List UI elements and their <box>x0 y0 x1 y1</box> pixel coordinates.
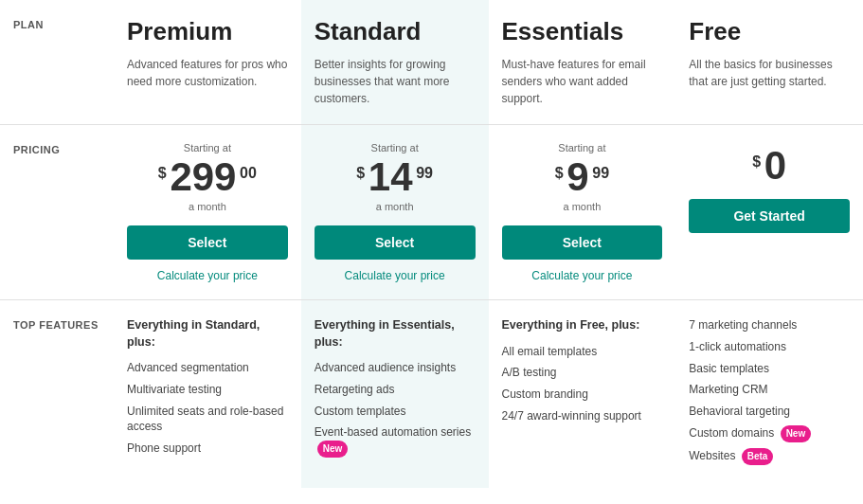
premium-feature-4: Phone support <box>127 441 288 457</box>
essentials-price-cents: 99 <box>592 165 609 182</box>
essentials-price-block: $ 9 99 <box>502 157 663 197</box>
premium-calc-link[interactable]: Calculate your price <box>127 269 288 282</box>
free-price-symbol: $ <box>752 153 761 171</box>
free-feature-5: Behavioral targeting <box>689 404 850 420</box>
pricing-label: PRICING <box>0 124 114 299</box>
premium-plan-name: Premium <box>127 17 288 46</box>
free-feature-3: Basic templates <box>689 361 850 377</box>
standard-feature-1: Advanced audience insights <box>315 360 476 376</box>
standard-plan-desc: Better insights for growing businesses t… <box>315 56 476 107</box>
essentials-price-main: 9 <box>566 157 588 197</box>
essentials-plan-name: Essentials <box>502 17 663 46</box>
essentials-feature-4: 24/7 award-winning support <box>502 408 663 424</box>
premium-feature-1: Advanced segmentation <box>127 360 288 376</box>
plan-label: PLAN <box>0 0 114 124</box>
free-feature-6-text: Custom domains <box>689 426 774 440</box>
premium-features-intro: Everything in Standard, plus: <box>127 317 288 351</box>
features-label: TOP FEATURES <box>0 299 114 488</box>
essentials-feature-2: A/B testing <box>502 365 663 381</box>
free-feature-1: 7 marketing channels <box>689 317 850 333</box>
standard-price-symbol: $ <box>356 165 365 182</box>
free-feature-6-badge: New <box>781 425 812 442</box>
free-feature-4: Marketing CRM <box>689 382 850 398</box>
standard-plan-cell: Standard Better insights for growing bus… <box>301 0 489 124</box>
free-plan-cell: Free All the basics for businesses that … <box>675 0 863 124</box>
premium-feature-2: Multivariate testing <box>127 382 288 398</box>
free-feature-7-badge: Beta <box>742 448 774 465</box>
standard-feature-3: Custom templates <box>315 404 476 420</box>
pricing-section-label: PRICING <box>13 144 60 155</box>
essentials-pricing-cell: Starting at $ 9 99 a month Select Calcul… <box>489 124 676 299</box>
essentials-price-period: a month <box>502 201 663 212</box>
essentials-plan-desc: Must-have features for email senders who… <box>502 56 663 107</box>
premium-pricing-label: Starting at <box>127 142 288 153</box>
plan-section-label: PLAN <box>13 19 44 30</box>
standard-pricing-label: Starting at <box>315 142 476 153</box>
premium-price-period: a month <box>127 201 288 212</box>
premium-plan-cell: Premium Advanced features for pros who n… <box>114 0 301 124</box>
essentials-calc-link[interactable]: Calculate your price <box>502 269 663 282</box>
essentials-select-button[interactable]: Select <box>502 225 663 260</box>
standard-price-cents: 99 <box>416 165 433 182</box>
premium-plan-desc: Advanced features for pros who need more… <box>127 56 288 90</box>
free-price-block: $ 0 <box>689 146 850 186</box>
premium-price-cents: 00 <box>240 165 257 182</box>
essentials-feature-1: All email templates <box>502 344 663 360</box>
standard-plan-name: Standard <box>315 17 476 46</box>
premium-feature-3: Unlimited seats and role-based access <box>127 404 288 436</box>
free-feature-2: 1-click automations <box>689 339 850 355</box>
premium-price-symbol: $ <box>158 165 167 182</box>
standard-price-main: 14 <box>369 157 413 197</box>
standard-feature-4-badge: New <box>317 441 349 458</box>
premium-features-cell: Everything in Standard, plus: Advanced s… <box>114 299 301 488</box>
premium-price-main: 299 <box>170 157 236 197</box>
premium-price-block: $ 299 00 <box>127 157 288 197</box>
essentials-feature-3: Custom branding <box>502 387 663 403</box>
standard-calc-link[interactable]: Calculate your price <box>315 269 476 282</box>
free-get-started-button[interactable]: Get Started <box>689 199 850 233</box>
essentials-features-intro: Everything in Free, plus: <box>502 317 663 334</box>
free-price-main: 0 <box>764 146 786 186</box>
features-section-label: TOP FEATURES <box>13 319 99 331</box>
premium-pricing-cell: Starting at $ 299 00 a month Select Calc… <box>114 124 301 299</box>
standard-select-button[interactable]: Select <box>315 225 476 260</box>
free-feature-6: Custom domains New <box>689 425 850 442</box>
essentials-price-symbol: $ <box>555 165 564 182</box>
standard-price-block: $ 14 99 <box>315 157 476 197</box>
free-plan-name: Free <box>689 17 850 46</box>
free-feature-7-text: Websites <box>689 449 735 462</box>
standard-feature-2: Retargeting ads <box>315 382 476 398</box>
free-pricing-cell: $ 0 Get Started <box>675 124 863 299</box>
essentials-pricing-label: Starting at <box>502 142 663 153</box>
essentials-features-cell: Everything in Free, plus: All email temp… <box>489 299 676 488</box>
standard-features-intro: Everything in Essentials, plus: <box>315 317 476 351</box>
standard-pricing-cell: Starting at $ 14 99 a month Select Calcu… <box>301 124 489 299</box>
standard-price-period: a month <box>315 201 476 212</box>
standard-feature-4-text: Event-based automation series <box>315 425 471 439</box>
free-plan-desc: All the basics for businesses that are j… <box>689 56 850 90</box>
free-feature-7: Websites Beta <box>689 448 850 465</box>
essentials-plan-cell: Essentials Must-have features for email … <box>489 0 676 124</box>
standard-feature-4: Event-based automation series New <box>315 424 476 458</box>
pricing-table: PLAN Premium Advanced features for pros … <box>0 0 863 488</box>
free-features-cell: 7 marketing channels 1-click automations… <box>675 299 863 488</box>
premium-select-button[interactable]: Select <box>127 225 288 260</box>
standard-features-cell: Everything in Essentials, plus: Advanced… <box>301 299 489 488</box>
